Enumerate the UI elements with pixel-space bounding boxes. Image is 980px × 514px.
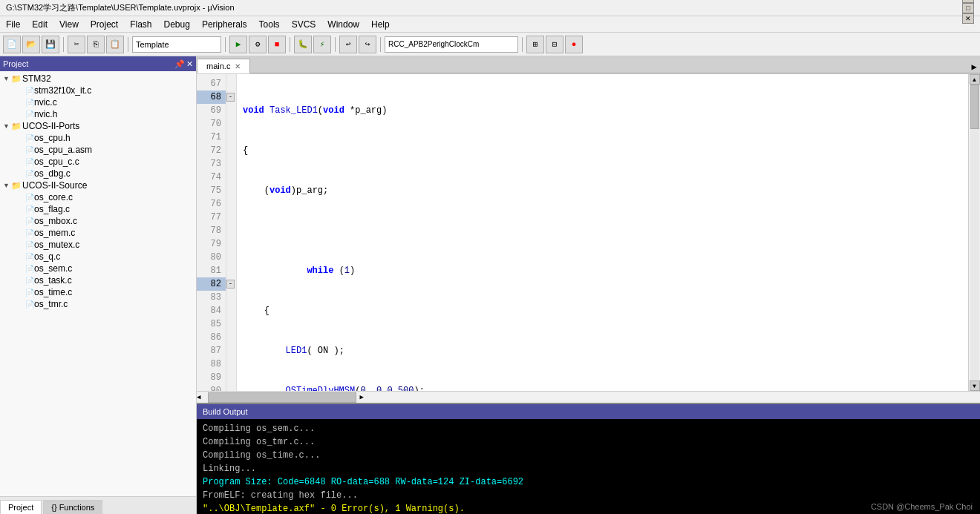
tab-functions[interactable]: {} Functions [43, 500, 102, 514]
line-numbers: 67 68 69 70 71 72 73 74 75 76 77 78 [197, 74, 226, 391]
menu-project[interactable]: Project [85, 16, 124, 32]
tree-label-os-mem: os_mem.c [34, 228, 75, 238]
menu-debug[interactable]: Debug [158, 16, 196, 32]
file-icon-os-task: 📄 [25, 277, 34, 285]
menu-file[interactable]: File [0, 16, 26, 32]
tb-debug[interactable]: 🐛 [294, 36, 312, 53]
tree-item-os-cpu-asm[interactable]: 📄 os_cpu_a.asm [0, 144, 196, 156]
project-dropdown[interactable]: Template [132, 36, 221, 53]
tree-item-os-mbox[interactable]: 📄 os_mbox.c [0, 215, 196, 227]
tb-stop[interactable]: ■ [268, 36, 286, 53]
h-scroll-left[interactable]: ◀ [197, 393, 200, 401]
tb-build[interactable]: ▶ [229, 36, 247, 53]
tab-scroll-right[interactable]: ▶ [968, 62, 980, 73]
tb-misc3[interactable]: ● [565, 36, 583, 53]
tb-save[interactable]: 💾 [42, 36, 59, 53]
left-tabs: Project {} Functions [0, 496, 196, 514]
tree-label-ucos-ports: UCOS-II-Ports [22, 121, 79, 131]
tb-open[interactable]: 📂 [22, 36, 40, 53]
tree-item-os-time[interactable]: 📄 os_time.c [0, 286, 196, 298]
v-scroll-down[interactable]: ▼ [970, 380, 980, 391]
code-line-68: { [243, 144, 962, 157]
tb-rebuild[interactable]: ⚙ [249, 36, 267, 53]
menu-view[interactable]: View [53, 16, 85, 32]
tree-item-ucos-source[interactable]: ▼ 📁 UCOS-II-Source [0, 179, 196, 191]
fold-79 [226, 237, 236, 251]
linenum-68: 68 [197, 90, 226, 104]
menu-peripherals[interactable]: Peripherals [196, 16, 253, 32]
code-content: 67 68 69 70 71 72 73 74 75 76 77 78 [197, 74, 968, 391]
h-scrollbar[interactable]: ◀ ▶ [197, 391, 980, 403]
tree-item-os-dbg[interactable]: 📄 os_dbg.c [0, 168, 196, 179]
build-line-2: Compiling os_tmr.c... [203, 435, 974, 449]
tb-new[interactable]: 📄 [3, 36, 21, 53]
tb-cut[interactable]: ✂ [68, 36, 85, 53]
tree-item-os-cpu-c[interactable]: 📄 os_cpu_c.c [0, 156, 196, 168]
menu-flash[interactable]: Flash [124, 16, 157, 32]
tree-item-ucos-ports[interactable]: ▼ 📁 UCOS-II-Ports [0, 120, 196, 132]
fold-67 [226, 77, 236, 90]
expand-ucos-ports[interactable]: ▼ [3, 122, 10, 130]
tb-redo[interactable]: ↪ [359, 36, 376, 53]
tree-item-os-core[interactable]: 📄 os_core.c [0, 191, 196, 203]
periph-combo[interactable]: RCC_APB2PerighClockCm [385, 36, 518, 53]
h-scroll-right[interactable]: ▶ [359, 393, 363, 401]
tab-close-icon[interactable]: ✕ [235, 62, 241, 70]
tree-item-os-mutex[interactable]: 📄 os_mutex.c [0, 239, 196, 251]
fold-marker-68[interactable]: - [226, 93, 235, 102]
build-output-text[interactable]: Compiling os_sem.c... Compiling os_tmr.c… [197, 419, 980, 514]
tree-item-stm32f10x[interactable]: 📄 stm32f10x_it.c [0, 85, 196, 96]
tree-item-stm32-parent[interactable]: ▼ 📁 STM32 [0, 73, 196, 85]
fold-69 [226, 104, 236, 117]
tree-item-os-sem[interactable]: 📄 os_sem.c [0, 263, 196, 274]
close-btn[interactable]: ✕ [962, 13, 974, 24]
v-scroll-up[interactable]: ▲ [970, 74, 980, 85]
maximize-btn[interactable]: □ [962, 3, 974, 13]
tree-item-os-q[interactable]: 📄 os_q.c [0, 251, 196, 263]
fold-82[interactable]: - [226, 277, 236, 291]
build-output: Build Output Compiling os_sem.c... Compi… [197, 403, 980, 514]
tree-label-os-cpu-h: os_cpu.h [34, 133, 71, 143]
fold-68[interactable]: - [226, 90, 236, 104]
linenum-76: 76 [197, 197, 226, 211]
tree-item-nvic-h[interactable]: 📄 nvic.h [0, 108, 196, 120]
tree-label-os-q: os_q.c [34, 251, 60, 262]
build-line-3: Compiling os_time.c... [203, 449, 974, 462]
tree-item-os-task[interactable]: 📄 os_task.c [0, 274, 196, 286]
fold-74 [226, 171, 236, 184]
tb-undo[interactable]: ↩ [339, 36, 357, 53]
linenum-79: 79 [197, 237, 226, 251]
tab-project[interactable]: Project [0, 500, 42, 514]
tree-item-os-tmr[interactable]: 📄 os_tmr.c [0, 298, 196, 310]
menu-window[interactable]: Window [321, 16, 365, 32]
expand-ucos-source[interactable]: ▼ [3, 182, 10, 189]
right-panel: main.c ✕ ▶ 67 68 69 70 7 [197, 56, 980, 514]
code-editor[interactable]: 67 68 69 70 71 72 73 74 75 76 77 78 [197, 74, 968, 391]
fold-marker-82[interactable]: - [226, 280, 235, 289]
menu-help[interactable]: Help [365, 16, 396, 32]
code-text[interactable]: void Task_LED1(void *p_arg) { (void)p_ar… [237, 74, 968, 391]
menu-tools[interactable]: Tools [253, 16, 286, 32]
tree-item-os-mem[interactable]: 📄 os_mem.c [0, 227, 196, 239]
v-scroll-track[interactable] [970, 85, 979, 380]
tb-sep1 [63, 37, 64, 52]
expand-stm32[interactable]: ▼ [3, 75, 10, 82]
panel-pin-icon[interactable]: 📌 [174, 59, 185, 69]
tb-misc2[interactable]: ⊟ [546, 36, 564, 53]
linenum-82: 82 [197, 277, 226, 291]
tb-paste[interactable]: 📋 [106, 36, 124, 53]
tb-copy[interactable]: ⎘ [87, 36, 105, 53]
tree-item-os-flag[interactable]: 📄 os_flag.c [0, 203, 196, 215]
tb-misc1[interactable]: ⊞ [526, 36, 544, 53]
code-line-70 [243, 224, 962, 237]
panel-close-icon[interactable]: ✕ [186, 59, 193, 69]
menu-edit[interactable]: Edit [26, 16, 53, 32]
tree-item-os-cpu-h[interactable]: 📄 os_cpu.h [0, 132, 196, 144]
tree-item-nvic-c[interactable]: 📄 nvic.c [0, 96, 196, 108]
tab-main-c[interactable]: main.c ✕ [197, 59, 250, 73]
v-scroll-thumb[interactable] [970, 85, 979, 129]
v-scrollbar[interactable]: ▲ ▼ [968, 74, 980, 391]
tb-flash[interactable]: ⚡ [313, 36, 331, 53]
menu-svcs[interactable]: SVCS [286, 16, 322, 32]
h-scroll-thumb[interactable] [208, 392, 356, 403]
